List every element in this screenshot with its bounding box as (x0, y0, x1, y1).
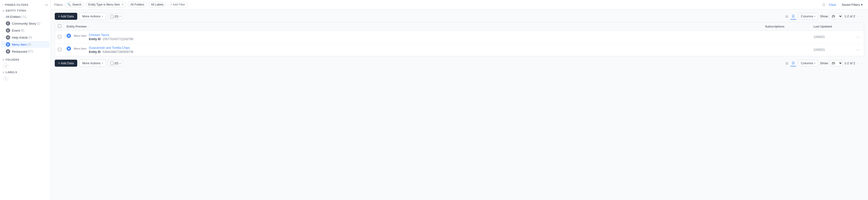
row1-entity-cell: M Menu Item Chicken Tacos Entity ID 1557… (67, 33, 765, 41)
all-entities-count: (71) (21, 15, 26, 18)
next-page-button[interactable]: › (861, 14, 864, 19)
add-filter-button[interactable]: + Add Filter (167, 2, 188, 7)
more-actions-label: More Actions (82, 14, 100, 18)
row1-checkbox[interactable] (58, 35, 61, 38)
grid-view-button[interactable]: ⊞ (784, 13, 790, 19)
table-row: M Menu Item Guacamole and Tortilla Chips… (55, 43, 864, 56)
community-story-count: (1) (37, 22, 40, 25)
saved-filters-button[interactable]: Saved Filters ▾ (840, 2, 865, 7)
row2-entity-id-label: Entity ID (89, 50, 101, 54)
sidebar-item-community-story[interactable]: C Community Story (1) (1, 20, 50, 27)
row2-entity-id-row: Entity ID 5384438827285939738 (89, 50, 133, 54)
bottom-add-data-button[interactable]: + Add Data (55, 59, 77, 67)
pinned-filters-chevron: › (2, 4, 3, 6)
bottom-columns-label: Columns (801, 62, 813, 65)
community-story-label: Community Story (12, 22, 36, 25)
bottom-grid-view-button[interactable]: ⊞ (784, 61, 790, 66)
row2-checkbox[interactable] (58, 48, 61, 51)
bottom-more-actions-button[interactable]: More Actions ▾ (79, 59, 106, 67)
bottom-select-chevron: ▾ (119, 62, 121, 65)
bottom-list-view-button[interactable]: ☰ (790, 60, 796, 67)
bottom-toolbar: + Add Data More Actions ▾ (0) ▾ ⊞ ☰ Colu… (55, 59, 864, 67)
select-all-container[interactable]: (0) ▾ (108, 13, 123, 19)
bottom-prev-page-button[interactable]: ‹ (857, 61, 860, 66)
all-labels-chip-label: All Labels (151, 3, 163, 6)
last-updated-header-label: Last Updated (813, 25, 832, 28)
folders-chevron: ∨ (2, 58, 4, 61)
list-view-button[interactable]: ☰ (790, 13, 796, 19)
bottom-select-all-container[interactable]: (0) ▾ (108, 60, 123, 66)
all-labels-filter-chip[interactable]: All Labels (148, 2, 166, 7)
all-folders-filter-chip[interactable]: All Folders (128, 2, 147, 7)
view-icons: ⊞ ☰ (784, 13, 796, 19)
clear-button[interactable]: Clear (827, 2, 838, 7)
menu-item-icon: M (6, 42, 10, 47)
select-count: (0) (115, 14, 118, 18)
folders-section-header[interactable]: ∨ FOLDERS (0, 57, 51, 63)
pinned-filters-more-button[interactable]: ••• (45, 3, 48, 6)
columns-button[interactable]: Columns ▾ (798, 13, 818, 19)
help-article-icon: H (6, 35, 10, 40)
sidebar: › PINNED FILTERS ••• ∨ ENTITY TYPES All … (0, 0, 51, 200)
select-chevron: ▾ (119, 15, 121, 17)
row2-entity-name-link[interactable]: Guacamole and Tortilla Chips (89, 46, 133, 49)
header-select-all-checkbox[interactable] (58, 25, 61, 28)
select-all-checkbox[interactable] (110, 15, 114, 18)
sidebar-item-event[interactable]: E Event (6) (1, 27, 50, 34)
bottom-more-actions-label: More Actions (82, 62, 100, 65)
restaurant-label: Restaurant (12, 50, 27, 53)
bottom-select-all-checkbox[interactable] (110, 62, 114, 65)
entity-type-chip-remove[interactable]: ✕ (121, 3, 124, 6)
row1-entity-name-link[interactable]: Chicken Tacos (89, 33, 133, 37)
entity-type-filter-chip[interactable]: Entity Type is Menu Item ✕ (86, 2, 126, 7)
row2-more-button[interactable]: ⋯ (855, 47, 861, 53)
row2-entity-type-label: Menu Item (74, 47, 87, 50)
menu-item-label: Menu Item (12, 43, 27, 46)
pagination: 1-2 of 2 ‹ › (844, 14, 864, 19)
filters-label: Filters (54, 3, 63, 6)
more-actions-button[interactable]: More Actions ▾ (79, 13, 106, 20)
entity-preview-sort-icon: ↑ (87, 25, 89, 28)
bottom-next-page-button[interactable]: › (861, 61, 864, 66)
sidebar-item-help-article[interactable]: H Help Article (5) (1, 34, 50, 41)
show-label: Show (820, 14, 828, 18)
community-story-icon: C (6, 21, 10, 26)
table-row: M Menu Item Chicken Tacos Entity ID 1557… (55, 31, 864, 43)
add-label-button[interactable]: + (3, 76, 8, 81)
sidebar-item-restaurant[interactable]: R Restaurant (57) (1, 48, 50, 55)
pinned-filters-section: › PINNED FILTERS ••• (0, 2, 51, 8)
subscriptions-column-header[interactable]: Subscriptions (765, 25, 813, 28)
add-filter-label: + Add Filter (170, 3, 185, 6)
subscriptions-header-label: Subscriptions (765, 25, 784, 28)
show-select: Show 25 10 50 100 (820, 13, 843, 19)
bottom-columns-button[interactable]: Columns ▾ (798, 60, 818, 67)
row1-entity-id-row: Entity ID 1557731437712242790 (89, 37, 133, 41)
bottom-more-actions-chevron: ▾ (102, 62, 103, 65)
filter-bar-right: ⊡ Clear Saved Filters ▾ (823, 2, 865, 7)
search-filter-chip[interactable]: 🔍 Search (65, 2, 84, 7)
sidebar-item-menu-item[interactable]: M Menu Item (2) (1, 41, 50, 48)
bottom-toolbar-right: ⊞ ☰ Columns ▾ Show 25 10 50 100 (784, 60, 864, 67)
entity-types-section-header[interactable]: ∨ ENTITY TYPES (0, 8, 51, 13)
toolbar-right: ⊞ ☰ Columns ▾ Show 25 10 50 100 (784, 13, 864, 19)
labels-section-header[interactable]: ∨ LABELS (0, 69, 51, 75)
add-folder-button[interactable]: + (3, 64, 8, 68)
row2-actions: ⋯ (852, 47, 861, 53)
columns-label: Columns (801, 14, 813, 18)
all-folders-chip-label: All Folders (130, 3, 144, 6)
event-icon: E (6, 28, 10, 33)
prev-page-button[interactable]: ‹ (857, 14, 860, 19)
row1-entity-id-value: 1557731437712242790 (103, 37, 133, 41)
row1-entity-type: M Menu Item (67, 33, 87, 38)
show-count-select[interactable]: 25 10 50 100 (829, 13, 843, 19)
bottom-show-count-select[interactable]: 25 10 50 100 (829, 60, 843, 66)
sidebar-item-all-entities[interactable]: All Entities (71) (1, 14, 50, 20)
add-data-button[interactable]: + Add Data (55, 13, 77, 20)
entity-preview-column-header[interactable]: Entity Preview ↑ (67, 25, 765, 28)
restaurant-icon: R (6, 49, 10, 54)
bottom-select-count: (0) (115, 62, 118, 65)
event-count: (6) (21, 29, 24, 32)
row1-more-button[interactable]: ⋯ (855, 34, 861, 40)
row1-entity-icon: M (67, 34, 71, 38)
last-updated-column-header[interactable]: Last Updated (813, 25, 852, 28)
